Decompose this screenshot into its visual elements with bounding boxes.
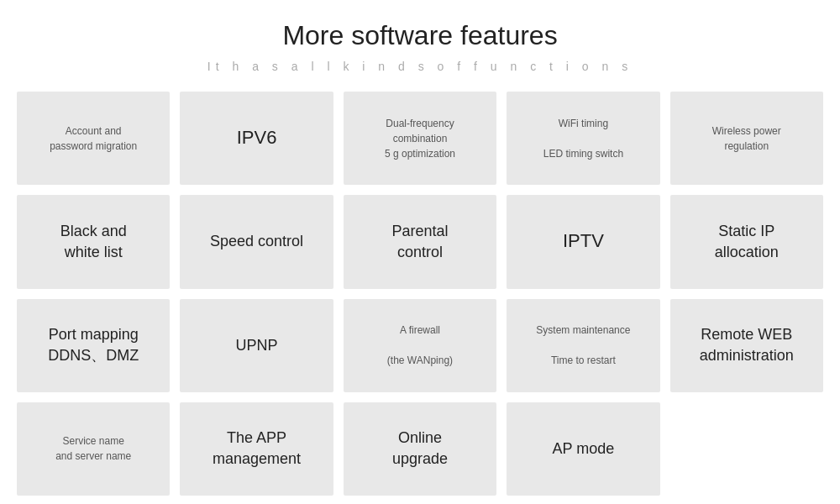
- feature-label-upnp: UPNP: [236, 335, 278, 356]
- feature-cell-iptv: IPTV: [507, 195, 659, 288]
- feature-cell-app-mgmt: The APP management: [180, 402, 333, 496]
- feature-label-system-maint: System maintenance Time to restart: [536, 323, 630, 368]
- feature-cell-port-mapping: Port mapping DDNS、DMZ: [17, 299, 170, 392]
- feature-cell-dual-freq: Dual-frequency combination 5 g optimizat…: [344, 92, 496, 185]
- feature-cell-speed-control: Speed control: [180, 195, 333, 288]
- feature-label-port-mapping: Port mapping DDNS、DMZ: [48, 324, 139, 366]
- feature-cell-wireless-power: Wireless power regulation: [670, 92, 823, 185]
- feature-label-ap-mode: AP mode: [553, 438, 615, 459]
- feature-cell-account-password: Account and password migration: [17, 92, 170, 185]
- feature-label-online-upgrade: Online upgrade: [392, 428, 448, 470]
- feature-label-wireless-power: Wireless power regulation: [712, 123, 781, 154]
- feature-label-remote-web: Remote WEB administration: [700, 324, 794, 366]
- feature-label-ipv6: IPV6: [237, 125, 277, 151]
- feature-cell-upnp: UPNP: [180, 299, 333, 392]
- feature-label-black-white: Black and white list: [60, 221, 127, 263]
- feature-label-iptv: IPTV: [563, 228, 604, 255]
- subtitle: It h a s a l l k i n d s o f f u n c t i…: [207, 60, 633, 73]
- feature-label-wifi-timing: WiFi timing LED timing switch: [543, 116, 623, 161]
- feature-cell-remote-web: Remote WEB administration: [670, 299, 823, 392]
- feature-cell-firewall: A firewall (the WANping): [344, 299, 496, 392]
- feature-cell-wifi-timing: WiFi timing LED timing switch: [507, 92, 659, 185]
- feature-label-account-password: Account and password migration: [50, 123, 137, 154]
- feature-label-service-name: Service name and server name: [55, 433, 131, 464]
- feature-grid: Account and password migrationIPV6Dual-f…: [17, 92, 823, 496]
- feature-label-app-mgmt: The APP management: [213, 428, 301, 470]
- feature-cell-ap-mode: AP mode: [507, 402, 659, 496]
- feature-cell-parental-control: Parental control: [344, 195, 496, 288]
- page: More software features It h a s a l l k …: [0, 0, 840, 504]
- feature-cell-black-white: Black and white list: [17, 195, 170, 288]
- feature-cell-empty: [670, 402, 823, 496]
- feature-label-static-ip: Static IP allocation: [715, 221, 779, 263]
- feature-cell-online-upgrade: Online upgrade: [344, 402, 496, 496]
- feature-label-dual-freq: Dual-frequency combination 5 g optimizat…: [385, 116, 455, 161]
- feature-label-parental-control: Parental control: [391, 221, 448, 263]
- feature-cell-service-name: Service name and server name: [17, 402, 170, 496]
- feature-label-speed-control: Speed control: [210, 231, 303, 252]
- feature-cell-ipv6: IPV6: [180, 92, 333, 185]
- feature-label-firewall: A firewall (the WANping): [387, 323, 453, 368]
- main-title: More software features: [282, 20, 557, 51]
- feature-cell-static-ip: Static IP allocation: [670, 195, 823, 288]
- feature-cell-system-maint: System maintenance Time to restart: [507, 299, 659, 392]
